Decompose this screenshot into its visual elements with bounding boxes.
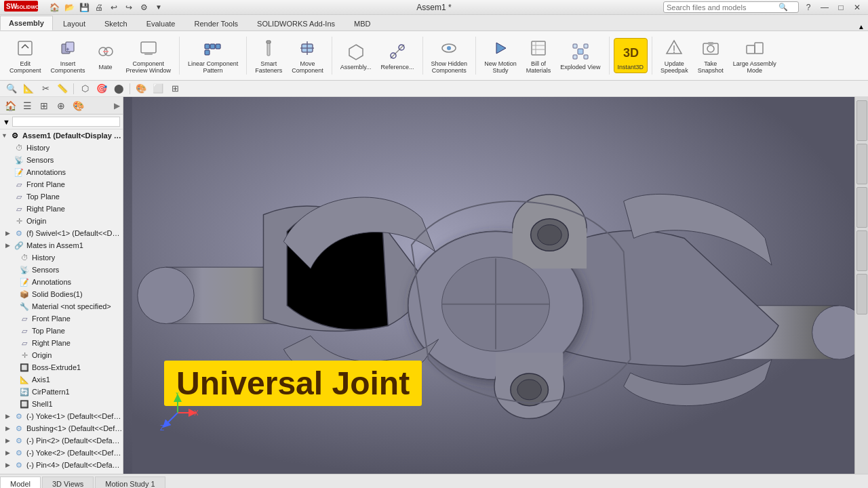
- view-tool-3[interactable]: ✂: [38, 82, 53, 96]
- snapshot-btn[interactable]: TakeSnapshot: [694, 35, 728, 77]
- right-tab-4[interactable]: [856, 230, 867, 271]
- right-tab-1[interactable]: [856, 100, 867, 141]
- search-box[interactable]: 🔍: [663, 1, 799, 13]
- tree-solid-bodies[interactable]: 📦 Solid Bodies(1): [0, 288, 123, 300]
- tab-addins[interactable]: SOLIDWORKS Add-Ins: [248, 16, 344, 30]
- tree-axis1[interactable]: 📐 Axis1: [0, 373, 123, 386]
- speedpak-btn[interactable]: UpdateSpeedpak: [656, 35, 692, 77]
- linear-pattern-btn[interactable]: Linear ComponentPattern: [184, 35, 242, 77]
- view-tool-2[interactable]: 📐: [21, 82, 36, 96]
- tree-bushing1[interactable]: ▶ ⚙ Bushing<1> (Default<<Defau...: [0, 422, 123, 434]
- tab-layout[interactable]: Layout: [54, 16, 94, 30]
- tree-sensors[interactable]: 📡 Sensors: [0, 154, 123, 166]
- tree-yoke2[interactable]: ▶ ⚙ (-) Yoke<2> (Default<<Default>: [0, 447, 123, 459]
- print-btn[interactable]: 🖨: [92, 1, 106, 14]
- view-tool-8[interactable]: 🎨: [134, 82, 149, 96]
- panel-tool-list[interactable]: ☰: [20, 98, 35, 113]
- tree-right-plane[interactable]: ▱ Right Plane: [0, 203, 123, 215]
- smart-fasteners-btn[interactable]: SmartFasteners: [251, 35, 286, 77]
- tree-shell1[interactable]: 🔲 Shell1: [0, 398, 123, 410]
- tree-front-plane[interactable]: ▱ Front Plane: [0, 178, 123, 190]
- panel-tool-grid[interactable]: ⊞: [37, 98, 52, 113]
- tab-3d-views[interactable]: 3D Views: [42, 476, 94, 488]
- right-tab-5[interactable]: [856, 274, 867, 314]
- tab-motion-study[interactable]: Motion Study 1: [95, 476, 165, 488]
- view-tool-10[interactable]: ⊞: [167, 82, 182, 96]
- close-btn[interactable]: ✕: [850, 1, 864, 14]
- tree-sensors-sub-label: Sensors: [32, 266, 59, 274]
- large-assembly-btn[interactable]: Large AssemblyMode: [729, 35, 781, 77]
- mate-btn[interactable]: Mate: [91, 38, 121, 73]
- ribbon-collapse-btn[interactable]: ▲: [854, 23, 868, 30]
- maximize-btn[interactable]: □: [834, 1, 848, 14]
- show-hidden-btn[interactable]: Show HiddenComponents: [427, 35, 472, 77]
- view-tool-9[interactable]: ⬜: [151, 82, 165, 96]
- tree-mates-in-assem[interactable]: ▶ 🔗 Mates in Assem1: [0, 239, 123, 251]
- tree-boss-extrude[interactable]: 🔲 Boss-Extrude1: [0, 361, 123, 373]
- panel-tool-target[interactable]: ⊕: [54, 98, 68, 113]
- tree-sensors-sub[interactable]: 📡 Sensors: [0, 264, 123, 276]
- tree-cir-pattern[interactable]: 🔄 CirPattern1: [0, 386, 123, 398]
- reference-btn[interactable]: Reference...: [377, 38, 418, 73]
- tab-evaluate[interactable]: Evaluate: [138, 16, 184, 30]
- undo-btn[interactable]: ↩: [107, 1, 121, 14]
- new-btn[interactable]: 🏠: [47, 1, 61, 14]
- options-btn[interactable]: ⚙: [137, 1, 151, 14]
- tree-top-plane[interactable]: ▱ Top Plane: [0, 190, 123, 203]
- model-viewport[interactable]: [123, 97, 868, 474]
- right-tab-2[interactable]: [856, 144, 867, 184]
- tree-top-plane-sub[interactable]: ▱ Top Plane: [0, 325, 123, 337]
- bom-btn[interactable]: Bill ofMaterials: [522, 35, 555, 77]
- tree-origin[interactable]: ✛ Origin: [0, 215, 123, 227]
- view-tool-4[interactable]: 📏: [55, 82, 70, 96]
- right-tab-3[interactable]: [856, 187, 867, 228]
- open-btn[interactable]: 📂: [62, 1, 76, 14]
- view-tool-6[interactable]: 🎯: [94, 82, 109, 96]
- tree-history-icon: ⏱: [14, 142, 24, 153]
- insert-components-btn[interactable]: + InsertComponents: [47, 35, 90, 77]
- view-tool-5[interactable]: ⬡: [77, 82, 92, 96]
- move-component-btn[interactable]: MoveComponent: [288, 35, 328, 77]
- assembly-btn[interactable]: Assembly...: [336, 38, 376, 73]
- tree-root[interactable]: ▼ ⚙ Assem1 (Default<Display State-1>): [0, 129, 123, 142]
- minimize-btn[interactable]: —: [818, 1, 831, 14]
- tree-pin2[interactable]: ▶ ⚙ (-) Pin<2> (Default<<Default>_1: [0, 434, 123, 447]
- component-preview-btn[interactable]: ComponentPreview Window: [122, 35, 176, 77]
- redo-btn[interactable]: ↪: [122, 1, 136, 14]
- tree-right-plane-sub[interactable]: ▱ Right Plane: [0, 337, 123, 349]
- new-motion-btn[interactable]: New MotionStudy: [480, 35, 521, 77]
- exploded-view-btn[interactable]: Exploded View: [556, 38, 604, 73]
- tree-sensors-sub-icon: 📡: [19, 264, 30, 275]
- bom-label: Bill ofMaterials: [526, 60, 551, 74]
- tree-annotations-sub-icon: 📝: [19, 277, 30, 287]
- tree-origin-sub[interactable]: ✛ Origin: [0, 349, 123, 361]
- tree-front-plane-sub[interactable]: ▱ Front Plane: [0, 312, 123, 325]
- panel-tool-color[interactable]: 🎨: [71, 98, 85, 113]
- tree-swivel[interactable]: ▶ ⚙ (f) Swivel<1> (Default<<Default: [0, 227, 123, 239]
- tree-history[interactable]: ⏱ History: [0, 142, 123, 154]
- filter-input[interactable]: [12, 117, 120, 127]
- save-btn[interactable]: 💾: [77, 1, 91, 14]
- tab-sketch[interactable]: Sketch: [96, 16, 136, 30]
- edit-btn[interactable]: EditComponent: [5, 35, 45, 77]
- show-hidden-icon: [438, 37, 460, 59]
- search-input[interactable]: [667, 3, 778, 12]
- tab-mbd[interactable]: MBD: [345, 16, 379, 30]
- tab-assembly[interactable]: Assembly: [0, 16, 53, 30]
- panel-expand-arrow[interactable]: ▶: [114, 101, 120, 110]
- tree-history-sub[interactable]: ⏱ History: [0, 251, 123, 264]
- tree-annotations[interactable]: 📝 Annotations: [0, 166, 123, 178]
- view-tool-1[interactable]: 🔍: [4, 82, 19, 96]
- tree-annotations-sub[interactable]: 📝 Annotations: [0, 276, 123, 288]
- tree-pin4[interactable]: ▶ ⚙ (-) Pin<4> (Default<<Default>_1: [0, 459, 123, 471]
- tab-model[interactable]: Model: [0, 476, 41, 488]
- tree-material[interactable]: 🔧 Material <not specified>: [0, 300, 123, 312]
- instant3d-btn[interactable]: 3D Instant3D: [614, 38, 648, 73]
- tree-bushing3[interactable]: ▶ ⚙ Bushing<3> (Default<<Default>: [0, 471, 123, 474]
- help-btn[interactable]: ?: [802, 1, 815, 14]
- tree-yoke1[interactable]: ▶ ⚙ (-) Yoke<1> (Default<<Default>: [0, 410, 123, 422]
- expand-btn[interactable]: ▼: [152, 1, 165, 14]
- panel-tool-home[interactable]: 🏠: [3, 98, 18, 113]
- view-tool-7[interactable]: ⬤: [111, 82, 126, 96]
- tab-render[interactable]: Render Tools: [185, 16, 247, 30]
